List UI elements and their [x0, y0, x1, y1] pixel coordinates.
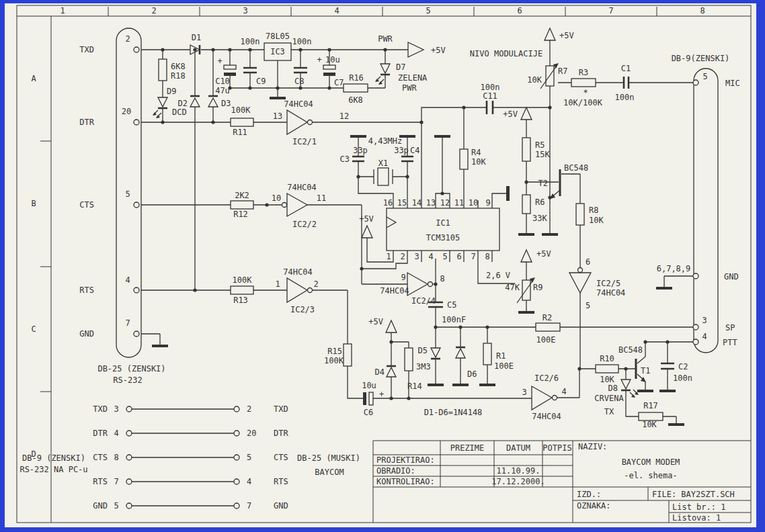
conn-left-pin7: 7	[125, 318, 130, 328]
ic1-pin13: 13	[426, 198, 436, 208]
r3-star: *	[583, 88, 588, 97]
cable-txd-right	[234, 406, 239, 412]
c8-ref: C8	[294, 77, 304, 86]
conn-right-ptt: PTT	[723, 338, 737, 347]
r13-ref: R13	[233, 296, 248, 305]
ruler-row-b: B	[31, 199, 36, 208]
d7-ref: D7	[396, 62, 405, 72]
conn-right-mic: MIC	[725, 79, 740, 88]
r18-value: 6K8	[171, 62, 186, 71]
c2-ref: C2	[678, 362, 688, 371]
tb-title: BAYCOM MODEM	[622, 457, 680, 467]
conn-right-name: DB-9(ZENSKI)	[672, 54, 730, 63]
gnd-d5	[428, 384, 444, 386]
cable-cts-left	[126, 455, 132, 460]
resistor-r6	[522, 195, 530, 214]
r1-value: 100E	[494, 361, 514, 371]
ic1-pin2: 2	[400, 252, 405, 261]
d7-color: ZELENA	[398, 73, 428, 83]
gnd-db9	[656, 287, 672, 290]
r2-ref: R2	[542, 313, 552, 322]
ruler-col-5: 5	[426, 6, 430, 15]
gnd-r1	[479, 384, 495, 386]
conn-left-name: DB-25 (ZENSKI)	[97, 364, 165, 373]
c10-value: 47u	[215, 86, 230, 95]
r16-ref: R16	[349, 73, 364, 83]
d8-label: TX	[604, 407, 614, 416]
c6-plus: +	[379, 390, 384, 399]
d6-ref: D6	[467, 369, 477, 379]
ic26-ref: IC2/6	[534, 373, 559, 383]
schematic-page: 12345678ABCDTXD2DTR20CTS5RTS4GND7DB-25 (…	[0, 0, 765, 532]
ic24-value: 74HC04	[380, 286, 409, 296]
cable-gnd-right	[234, 503, 239, 508]
cable-r-rts-pin: 4	[247, 477, 251, 486]
r17-ref: R17	[643, 401, 658, 410]
resistor-r4	[460, 149, 468, 169]
tb-subtitle: -el. shema-	[624, 471, 677, 480]
ic1-pin6: 6	[456, 252, 461, 261]
c7-capacitor-minus-plate	[323, 73, 335, 76]
ic22-pin10: 10	[272, 193, 281, 203]
r9-ref: R9	[533, 283, 542, 292]
t1-value: BC548	[618, 345, 643, 355]
r7-ref: R7	[558, 66, 567, 76]
c5-value: 100nF	[442, 315, 466, 324]
ruler-col-3: 3	[243, 6, 247, 15]
resistor-r5	[522, 138, 530, 161]
conn-right-pin5: 5	[702, 72, 707, 81]
resistor-r18	[159, 59, 167, 81]
d9-label: DCD	[172, 107, 187, 117]
cable-rts-left	[126, 479, 132, 484]
ic2-1-bubble	[308, 120, 313, 125]
cable-r-dtr: DTR	[274, 429, 288, 438]
tb-projektirao: PROJEKTIRAO:	[376, 455, 435, 465]
tb-potpis: POTPIS	[542, 443, 571, 453]
ic21-pin13: 13	[273, 112, 282, 121]
r8-value: 10K	[589, 216, 604, 225]
cable-r-gnd: GND	[274, 501, 288, 511]
cable-r-txd: TXD	[274, 404, 288, 414]
r12-ref: R12	[233, 210, 248, 219]
r12-value: 2K2	[235, 191, 249, 200]
c4-ref: C4	[410, 146, 419, 155]
c1-ref: C1	[621, 64, 631, 73]
r14-ref: R14	[407, 382, 422, 391]
r15-value: 100K	[324, 356, 344, 365]
r14-value: 3M3	[416, 362, 431, 371]
x1-ref: X1	[378, 159, 388, 168]
ic23-pin1: 1	[275, 279, 280, 289]
db9-connector	[694, 69, 718, 353]
cable-right-name: DB-25 (MUSKI)	[297, 453, 360, 463]
plus5v-pwr: +5V	[431, 46, 446, 55]
ic26-value: 74HC04	[532, 412, 561, 421]
tb-datum: DATUM	[506, 443, 530, 453]
ic22-pin11: 11	[317, 193, 326, 203]
db9-pin-5-mic	[693, 80, 698, 85]
cable-l-gnd-pin: 5	[114, 501, 118, 511]
db9-pin-gnd	[693, 273, 698, 279]
conn-right-sp: SP	[725, 323, 735, 332]
schematic-canvas: 12345678ABCDTXD2DTR20CTS5RTS4GND7DB-25 (…	[0, 0, 765, 532]
ruler-col-8: 8	[700, 6, 704, 15]
gnd-t1	[637, 390, 653, 392]
cable-r-cts-pin: 5	[247, 453, 251, 462]
ic1-pin8: 8	[485, 252, 489, 261]
tb-naziv: NAZIV:	[578, 442, 607, 451]
c6-capacitor-minus-plate	[363, 392, 366, 405]
r11-value: 100K	[231, 105, 251, 115]
cable-l-cts-pin: 8	[114, 453, 118, 462]
cable-txd-left	[126, 406, 132, 412]
conn-left-pin2: 2	[125, 34, 130, 44]
c3-value: 33p	[353, 146, 368, 155]
db9-pin-3-sp	[693, 324, 698, 330]
ic22-ref: IC2/2	[292, 220, 317, 229]
r16-value: 6K8	[348, 95, 363, 105]
r4-ref: R4	[471, 148, 481, 157]
db25-pin-5	[134, 202, 139, 208]
r3-ref: R3	[579, 68, 588, 77]
r9-value: 47K	[505, 283, 520, 292]
ic1-pin1: 1	[386, 252, 391, 261]
c7-ref: C7	[334, 78, 344, 87]
c6-value: 10u	[362, 381, 376, 390]
